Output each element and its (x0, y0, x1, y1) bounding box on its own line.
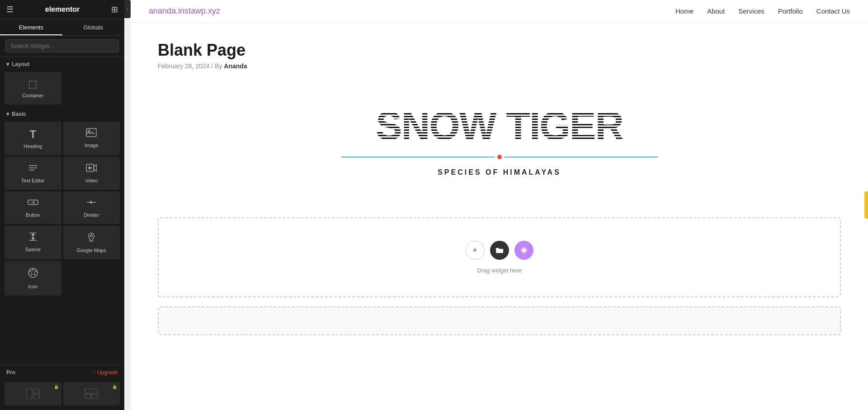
panel-header: ☰ elementor ⊞ (0, 0, 124, 19)
widget-video[interactable]: Video (63, 157, 120, 190)
tab-globals[interactable]: Globals (62, 19, 125, 35)
svg-rect-24 (92, 394, 98, 399)
layout-section-arrow: ▾ (6, 61, 9, 67)
bottom-section (158, 306, 841, 335)
video-label: Video (85, 178, 98, 183)
upgrade-arrow-icon: ↑ (93, 369, 95, 376)
lock-icon-2: 🔒 (112, 385, 117, 389)
tab-elements[interactable]: Elements (0, 19, 62, 35)
left-panel: ☰ elementor ⊞ Elements Globals ▾ Layout … (0, 0, 124, 410)
site-logo: ananda.instawp.xyz (149, 6, 220, 16)
button-icon (28, 198, 38, 210)
page-meta: February 28, 2024 / By Ananda (158, 62, 841, 70)
pro-section: Pro ↑ Upgrade (0, 364, 124, 380)
widget-divider[interactable]: Divider (63, 191, 120, 224)
widget-container[interactable]: ⬚ Container (5, 72, 61, 105)
divider-icon (86, 198, 97, 210)
svg-rect-21 (34, 394, 39, 399)
hero-title: SNOW TIGER (158, 106, 841, 146)
drop-zone-actions: + (466, 241, 533, 260)
hero-subtitle: SPECIES OF HIMALAYAS (158, 168, 841, 176)
layout-section-header[interactable]: ▾ Layout (0, 57, 124, 70)
layout-section-label: Layout (12, 61, 29, 67)
main-content: ananda.instawp.xyz Home About Services P… (131, 0, 868, 410)
upgrade-button[interactable]: ↑ Upgrade (93, 369, 118, 376)
divider-dot (497, 155, 502, 159)
page-meta-by: By (215, 62, 222, 70)
container-icon: ⬚ (28, 78, 38, 90)
widget-heading[interactable]: T Heading (5, 122, 61, 155)
page-title: Blank Page (158, 41, 841, 60)
svg-point-18 (28, 268, 38, 277)
drop-zone[interactable]: + Drag widget here (158, 217, 841, 297)
search-input[interactable] (5, 39, 119, 52)
nav-link-about[interactable]: About (707, 7, 725, 15)
page-content: Blank Page February 28, 2024 / By Ananda… (131, 23, 868, 410)
icon-label: Icon (28, 284, 38, 289)
pro-label: Pro (6, 369, 15, 376)
hamburger-icon[interactable]: ☰ (6, 5, 14, 14)
layout-widgets-grid: ⬚ Container (0, 70, 124, 106)
text-editor-label: Text Editor (21, 178, 45, 183)
svg-marker-10 (90, 200, 92, 204)
upgrade-label: Upgrade (97, 369, 118, 376)
spacer-label: Spacer (25, 247, 41, 252)
image-label: Image (85, 143, 99, 148)
svg-marker-6 (89, 166, 92, 170)
pro-widget-1: 🔒 (5, 382, 61, 405)
template-button[interactable] (490, 241, 509, 260)
divider-label: Divider (84, 212, 99, 218)
grid-icon[interactable]: ⊞ (111, 5, 118, 14)
page-meta-sep: / (211, 62, 213, 70)
widget-image[interactable]: Image (63, 122, 120, 155)
widget-spacer[interactable]: Spacer (5, 226, 61, 259)
nav-link-services[interactable]: Services (738, 7, 764, 15)
heading-icon: T (29, 128, 36, 141)
scroll-indicator[interactable] (864, 191, 868, 219)
elementor-logo: elementor (45, 5, 80, 14)
hero-divider (341, 155, 658, 159)
nav-links: Home About Services Portfolio Contact Us (675, 7, 850, 15)
image-icon (86, 128, 97, 140)
widget-icon[interactable]: Icon (5, 261, 61, 296)
nav-link-contact[interactable]: Contact Us (816, 7, 850, 15)
svg-rect-20 (34, 389, 39, 393)
lock-icon-1: 🔒 (54, 385, 59, 389)
container-label: Container (22, 93, 44, 98)
widget-text-editor[interactable]: Text Editor (5, 157, 61, 190)
widget-google-maps[interactable]: Google Maps (63, 226, 120, 259)
basic-widgets-grid: T Heading Image Text Editor (0, 120, 124, 297)
widget-button[interactable]: Button (5, 191, 61, 224)
ai-button[interactable] (514, 241, 533, 260)
google-maps-icon (86, 232, 97, 245)
svg-marker-14 (31, 233, 35, 236)
video-icon (86, 163, 97, 175)
basic-section-header[interactable]: ▾ Basic (0, 106, 124, 120)
icon-widget-icon (28, 267, 38, 281)
pro-widgets-grid: 🔒 🔒 (0, 380, 124, 410)
svg-rect-19 (27, 389, 32, 399)
nav-link-home[interactable]: Home (675, 7, 693, 15)
panel-collapse-handle[interactable]: ‹ (124, 0, 131, 18)
search-box (0, 36, 124, 57)
page-date: February 28, 2024 (158, 62, 209, 70)
basic-section-arrow: ▾ (6, 111, 9, 117)
drop-hint: Drag widget here (477, 267, 522, 274)
basic-section-label: Basic (12, 111, 26, 117)
pro-widget-2: 🔒 (63, 382, 120, 405)
google-maps-label: Google Maps (77, 248, 106, 253)
site-logo-link[interactable]: ananda.instawp.xyz (149, 6, 220, 15)
hero-section: SNOW TIGER SPECIES OF HIMALAYAS (158, 88, 841, 208)
svg-marker-15 (31, 238, 35, 240)
svg-point-17 (90, 235, 92, 237)
panel-tabs: Elements Globals (0, 19, 124, 36)
site-nav: ananda.instawp.xyz Home About Services P… (131, 0, 868, 23)
heading-label: Heading (24, 143, 42, 149)
add-widget-button[interactable]: + (466, 241, 485, 260)
svg-rect-23 (85, 394, 91, 399)
nav-link-portfolio[interactable]: Portfolio (778, 7, 803, 15)
text-editor-icon (28, 163, 38, 175)
spacer-icon (28, 232, 38, 244)
svg-rect-22 (85, 389, 98, 393)
button-label: Button (26, 212, 40, 218)
